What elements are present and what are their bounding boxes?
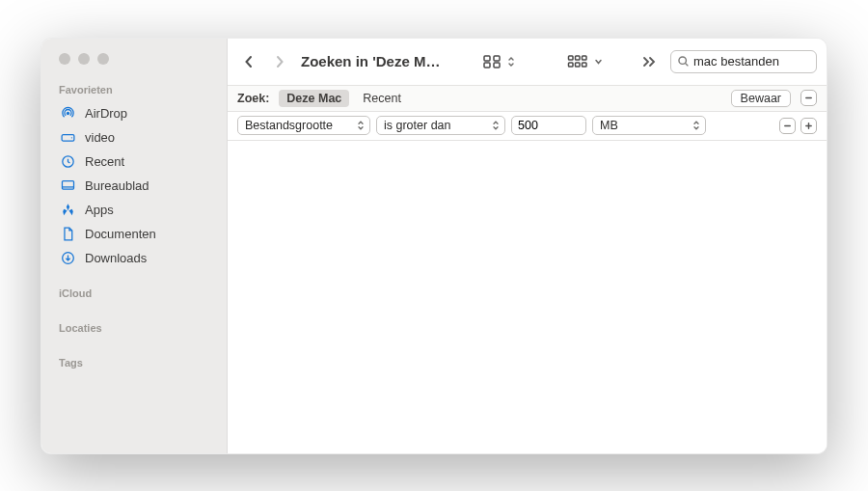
remove-criteria-row-button[interactable] [800,90,817,106]
sidebar-item-label: Apps [85,203,114,217]
search-scope-bar: Zoek: Deze Mac Recent Bewaar [228,85,827,112]
group-by-menu[interactable] [563,52,607,71]
svg-rect-14 [576,63,581,67]
criteria-value-field[interactable] [511,116,586,135]
scope-recent[interactable]: Recent [359,90,405,107]
svg-rect-13 [569,63,574,67]
save-search-button[interactable]: Bewaar [731,90,791,107]
desktop-icon [59,177,76,194]
criteria-unit-select[interactable]: MB [592,116,706,135]
sidebar-item-recent[interactable]: Recent [57,150,221,174]
sidebar-item-apps[interactable]: Apps [57,198,221,222]
sidebar-item-downloads[interactable]: Downloads [57,246,221,270]
search-field[interactable] [670,50,817,73]
window-traffic-lights[interactable] [57,53,221,65]
drive-icon [59,128,76,146]
criteria-remove-button[interactable] [779,118,796,134]
sidebar-section-icloud: iCloud [59,287,221,299]
sidebar-section-locations: Locaties [59,322,221,334]
criteria-comparator-select[interactable]: is groter dan [376,116,505,135]
sidebar-section-tags: Tags [59,357,221,368]
svg-rect-10 [569,56,574,60]
results-area [228,141,827,453]
scope-this-mac[interactable]: Deze Mac [279,90,349,107]
search-input[interactable] [693,54,827,68]
svg-rect-7 [494,56,500,61]
minimize-window-button[interactable] [78,53,90,65]
apps-icon [59,201,76,218]
toolbar: Zoeken in 'Deze M… [228,39,827,85]
criteria-comparator-label: is groter dan [384,119,450,132]
forward-button[interactable] [268,49,291,74]
chevron-updown-icon [489,120,502,131]
close-window-button[interactable] [59,53,70,65]
svg-rect-9 [494,63,500,68]
downloads-icon [59,249,76,266]
sidebar-item-label: video [85,130,115,145]
sidebar-item-documents[interactable]: Documenten [57,222,221,246]
chevron-updown-icon [354,120,367,131]
svg-rect-11 [576,56,581,60]
sidebar-item-label: Downloads [85,251,147,265]
view-mode-switcher[interactable] [478,52,519,71]
airdrop-icon [59,104,76,122]
main-panel: Zoeken in 'Deze M… [228,39,827,453]
sidebar-item-label: Recent [85,154,124,169]
document-icon [59,225,76,242]
sidebar-item-desktop[interactable]: Bureaublad [57,174,221,198]
sidebar-item-airdrop[interactable]: AirDrop [57,101,221,125]
scope-label: Zoek: [237,92,269,105]
toolbar-overflow[interactable] [639,55,659,68]
search-icon [677,55,690,68]
zoom-window-button[interactable] [97,53,109,65]
sidebar-item-label: Documenten [85,227,156,241]
sidebar-item-video[interactable]: video [57,125,221,150]
back-button[interactable] [237,49,260,74]
svg-rect-4 [62,180,73,189]
sidebar-item-label: AirDrop [85,106,127,121]
svg-point-2 [70,137,71,138]
sidebar: Favorieten AirDrop [41,39,228,453]
criteria-value-input[interactable] [518,119,580,132]
criteria-add-button[interactable] [800,118,817,134]
clock-icon [59,152,76,170]
sidebar-section-favorites: Favorieten [59,84,221,95]
svg-rect-8 [484,63,490,68]
finder-window: Favorieten AirDrop [41,38,827,454]
window-title: Zoeken in 'Deze M… [301,53,440,69]
criteria-attribute-label: Bestandsgrootte [245,119,333,132]
criteria-attribute-select[interactable]: Bestandsgrootte [237,116,370,135]
search-criteria-row: Bestandsgrootte is groter dan [228,112,827,141]
criteria-unit-label: MB [600,119,618,132]
svg-rect-12 [583,56,587,60]
svg-rect-15 [583,63,587,67]
chevron-updown-icon [690,120,703,131]
svg-point-0 [66,111,68,114]
svg-rect-6 [484,56,490,61]
svg-point-16 [679,57,686,64]
sidebar-item-label: Bureaublad [85,178,149,193]
